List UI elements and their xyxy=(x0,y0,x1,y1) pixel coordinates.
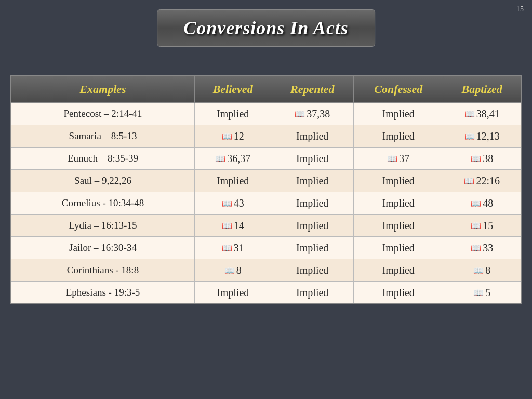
believed-cell: 📖43 xyxy=(195,192,271,215)
baptized-cell: 📖5 xyxy=(443,282,521,304)
example-cell: Corinthians - 18:8 xyxy=(11,259,195,282)
table-row: Samaria – 8:5-13📖12ImpliedImplied📖12,13 xyxy=(11,125,521,148)
col-header-examples: Examples xyxy=(11,76,195,103)
icon-cell: 📖38,41 xyxy=(464,108,500,120)
table-row: Jailor – 16:30-34📖31ImpliedImplied📖33 xyxy=(11,237,521,259)
title-container: Conversions In Acts xyxy=(157,9,375,47)
example-cell: Pentecost – 2:14-41 xyxy=(11,103,195,125)
repented-cell: 📖37,38 xyxy=(271,103,354,125)
col-header-repented: Repented xyxy=(271,76,354,103)
table-row: Pentecost – 2:14-41Implied📖37,38Implied📖… xyxy=(11,103,521,125)
icon-cell: 📖12 xyxy=(222,130,244,142)
icon-cell: 📖12,13 xyxy=(464,130,500,142)
book-icon: 📖 xyxy=(471,154,481,164)
slide-title: Conversions In Acts xyxy=(183,17,349,39)
table-row: Cornelius - 10:34-48📖43ImpliedImplied📖48 xyxy=(11,192,521,215)
book-icon: 📖 xyxy=(295,109,305,119)
icon-cell: 📖37 xyxy=(387,153,409,165)
book-icon: 📖 xyxy=(222,131,232,141)
book-icon: 📖 xyxy=(224,265,235,275)
icon-cell: 📖48 xyxy=(471,197,493,209)
table-row: Corinthians - 18:8📖8ImpliedImplied📖8 xyxy=(11,259,521,282)
book-icon: 📖 xyxy=(222,198,232,208)
book-icon: 📖 xyxy=(464,109,475,119)
icon-cell: 📖37,38 xyxy=(295,108,330,120)
repented-cell: Implied xyxy=(271,170,354,192)
baptized-cell: 📖15 xyxy=(443,215,521,237)
table-row: Eunuch – 8:35-39📖36,37Implied📖37📖38 xyxy=(11,148,521,170)
icon-cell: 📖15 xyxy=(471,220,493,232)
baptized-cell: 📖12,13 xyxy=(443,125,521,148)
icon-cell: 📖36,37 xyxy=(215,153,250,165)
book-icon: 📖 xyxy=(464,131,475,141)
repented-cell: Implied xyxy=(271,282,354,304)
confessed-cell: Implied xyxy=(354,125,443,148)
believed-cell: 📖12 xyxy=(195,125,271,148)
table-row: Ephesians - 19:3-5ImpliedImpliedImplied📖… xyxy=(11,282,521,304)
table-row: Lydia – 16:13-15📖14ImpliedImplied📖15 xyxy=(11,215,521,237)
example-cell: Samaria – 8:5-13 xyxy=(11,125,195,148)
table-container: ExamplesBelievedRepentedConfessedBaptize… xyxy=(10,75,522,389)
icon-cell: 📖31 xyxy=(222,242,244,254)
icon-cell: 📖8 xyxy=(224,264,242,276)
book-icon: 📖 xyxy=(387,154,397,164)
book-icon: 📖 xyxy=(222,243,232,253)
book-icon: 📖 xyxy=(215,154,225,164)
baptized-cell: 📖38 xyxy=(443,148,521,170)
table-row: Saul – 9,22,26ImpliedImpliedImplied📖22:1… xyxy=(11,170,521,192)
repented-cell: Implied xyxy=(271,125,354,148)
believed-cell: Implied xyxy=(195,282,271,304)
confessed-cell: Implied xyxy=(354,215,443,237)
confessed-cell: 📖37 xyxy=(354,148,443,170)
baptized-cell: 📖33 xyxy=(443,237,521,259)
slide-number: 15 xyxy=(516,5,524,14)
believed-cell: Implied xyxy=(195,103,271,125)
believed-cell: 📖8 xyxy=(195,259,271,282)
example-cell: Saul – 9,22,26 xyxy=(11,170,195,192)
believed-cell: 📖36,37 xyxy=(195,148,271,170)
book-icon: 📖 xyxy=(473,288,484,298)
icon-cell: 📖8 xyxy=(473,264,490,276)
book-icon: 📖 xyxy=(464,176,474,186)
icon-cell: 📖43 xyxy=(222,197,244,209)
repented-cell: Implied xyxy=(271,192,354,215)
book-icon: 📖 xyxy=(471,243,481,253)
confessed-cell: Implied xyxy=(354,259,443,282)
icon-cell: 📖33 xyxy=(471,242,493,254)
icon-cell: 📖14 xyxy=(222,220,244,232)
icon-cell: 📖38 xyxy=(471,153,493,165)
baptized-cell: 📖38,41 xyxy=(443,103,521,125)
believed-cell: 📖31 xyxy=(195,237,271,259)
col-header-believed: Believed xyxy=(195,76,271,103)
example-cell: Ephesians - 19:3-5 xyxy=(11,282,195,304)
confessed-cell: Implied xyxy=(354,237,443,259)
book-icon: 📖 xyxy=(222,221,232,231)
col-header-confessed: Confessed xyxy=(354,76,443,103)
repented-cell: Implied xyxy=(271,215,354,237)
repented-cell: Implied xyxy=(271,237,354,259)
repented-cell: Implied xyxy=(271,259,354,282)
confessed-cell: Implied xyxy=(354,192,443,215)
confessed-cell: Implied xyxy=(354,103,443,125)
book-icon: 📖 xyxy=(473,265,484,275)
example-cell: Jailor – 16:30-34 xyxy=(11,237,195,259)
col-header-baptized: Baptized xyxy=(443,76,521,103)
confessed-cell: Implied xyxy=(354,170,443,192)
believed-cell: 📖14 xyxy=(195,215,271,237)
icon-cell: 📖22:16 xyxy=(464,175,500,187)
example-cell: Cornelius - 10:34-48 xyxy=(11,192,195,215)
example-cell: Eunuch – 8:35-39 xyxy=(11,148,195,170)
believed-cell: Implied xyxy=(195,170,271,192)
baptized-cell: 📖22:16 xyxy=(443,170,521,192)
conversions-table: ExamplesBelievedRepentedConfessedBaptize… xyxy=(10,75,522,304)
baptized-cell: 📖48 xyxy=(443,192,521,215)
baptized-cell: 📖8 xyxy=(443,259,521,282)
table-header-row: ExamplesBelievedRepentedConfessedBaptize… xyxy=(11,76,521,103)
confessed-cell: Implied xyxy=(354,282,443,304)
book-icon: 📖 xyxy=(471,198,481,208)
icon-cell: 📖5 xyxy=(473,287,490,299)
repented-cell: Implied xyxy=(271,148,354,170)
book-icon: 📖 xyxy=(471,221,481,231)
example-cell: Lydia – 16:13-15 xyxy=(11,215,195,237)
